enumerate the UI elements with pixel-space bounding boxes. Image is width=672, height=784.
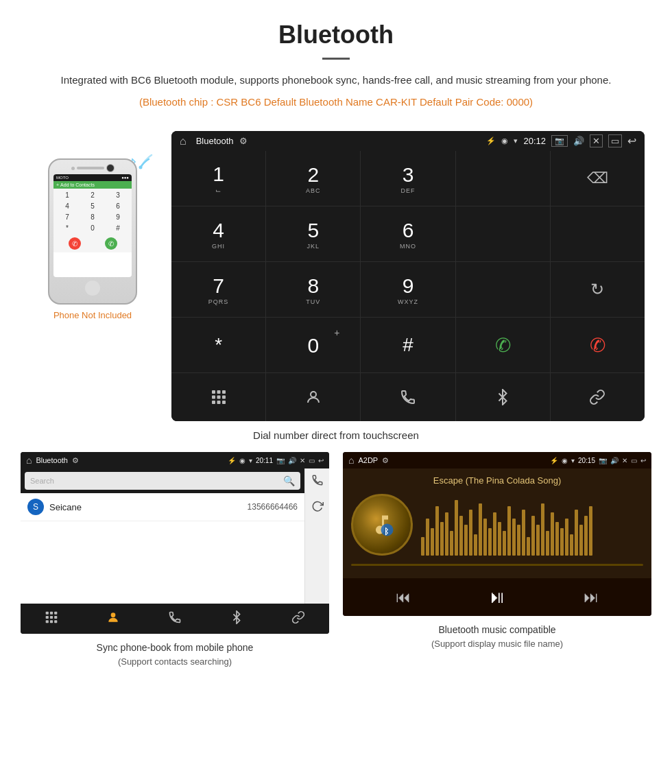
status-left: ⌂ Bluetooth ⚙ <box>180 135 248 147</box>
music-screen-icon[interactable]: ▭ <box>631 457 637 464</box>
key-empty-1 <box>456 151 551 206</box>
music-prev[interactable]: ⏮ <box>396 589 411 606</box>
svg-text:ᛒ: ᛒ <box>384 527 389 536</box>
key-2[interactable]: 2 ABC <box>266 151 361 206</box>
music-bars <box>421 494 643 556</box>
svg-rect-5 <box>212 396 215 399</box>
status-right: ⚡ ◉ ▾ 20:12 📷 🔊 ✕ ▭ ↩ <box>486 134 636 147</box>
music-time: 20:15 <box>578 457 595 464</box>
search-placeholder[interactable]: Search <box>30 477 54 485</box>
svg-rect-20 <box>54 620 57 623</box>
key-star[interactable]: * <box>171 318 266 372</box>
music-screenshot-block: ⌂ A2DP ⚙ ⚡ ◉ ▾ 20:15 📷 🔊 ✕ ▭ ↩ E <box>343 452 651 672</box>
camera-icon[interactable]: 📷 <box>551 135 568 147</box>
svg-rect-8 <box>212 401 215 404</box>
bottom-bluetooth-icon[interactable] <box>456 373 551 421</box>
page-title: Bluetooth <box>41 21 631 49</box>
back-icon[interactable]: ↩ <box>627 134 636 147</box>
contacts-camera-icon[interactable]: 📷 <box>276 457 285 464</box>
key-1[interactable]: 1 ⌙ <box>171 151 266 206</box>
right-phone-icon[interactable] <box>311 474 324 486</box>
key-call-red[interactable]: ✆ <box>551 318 645 372</box>
contacts-usb-icon: ⚙ <box>72 456 79 465</box>
svg-rect-4 <box>222 390 226 394</box>
header-divider <box>322 58 350 60</box>
key-0[interactable]: 0 + <box>266 318 361 372</box>
svg-rect-13 <box>50 612 53 615</box>
contacts-screen-icon[interactable]: ▭ <box>309 457 315 464</box>
screen-icon[interactable]: ▭ <box>608 134 622 147</box>
music-back-icon[interactable]: ↩ <box>640 457 646 464</box>
contact-name[interactable]: Seicane <box>49 502 242 512</box>
key-4[interactable]: 4 GHI <box>171 206 266 261</box>
usb-icon: ⚙ <box>239 136 248 146</box>
bottom-link-icon[interactable] <box>551 373 645 421</box>
key-refresh[interactable]: ↻ <box>551 262 645 317</box>
dial-caption: Dial number direct from touchscreen <box>0 421 672 452</box>
key-hash[interactable]: # <box>361 318 455 372</box>
music-close-icon[interactable]: ✕ <box>622 457 627 464</box>
contacts-vol-icon[interactable]: 🔊 <box>288 457 296 464</box>
music-camera-icon[interactable]: 📷 <box>599 457 607 464</box>
close-icon[interactable]: ✕ <box>590 134 603 147</box>
status-title: Bluetooth <box>196 136 234 146</box>
contacts-caption: Sync phone-book from mobile phone (Suppo… <box>97 634 254 672</box>
music-status-title: A2DP <box>358 456 378 464</box>
key-backspace[interactable]: ⌫ <box>551 151 645 206</box>
music-note-icon: ᛒ <box>370 512 394 537</box>
key-3[interactable]: 3 DEF <box>361 151 455 206</box>
contacts-screenshot-block: ⌂ Bluetooth ⚙ ⚡ ◉ ▾ 20:11 📷 🔊 ✕ ▭ ↩ <box>21 452 329 672</box>
dialer-row-3: 7 PQRS 8 TUV 9 WXYZ ↻ <box>171 262 645 318</box>
svg-rect-17 <box>54 616 57 619</box>
right-refresh-icon[interactable] <box>311 500 324 512</box>
contacts-bottom-person[interactable] <box>106 610 120 627</box>
key-empty-3 <box>551 206 645 261</box>
music-play-pause[interactable]: ⏯ <box>488 586 506 608</box>
dialer-row-2: 4 GHI 5 JKL 6 MNO <box>171 206 645 262</box>
key-6[interactable]: 6 MNO <box>361 206 455 261</box>
time-display: 20:12 <box>523 136 546 146</box>
music-vol-icon[interactable]: 🔊 <box>610 457 619 464</box>
contacts-home-icon[interactable]: ⌂ <box>26 455 32 466</box>
contact-letter: S <box>27 499 44 515</box>
bottom-phone-icon[interactable] <box>361 373 455 421</box>
home-icon[interactable]: ⌂ <box>180 135 187 147</box>
key-9[interactable]: 9 WXYZ <box>361 262 455 317</box>
bottom-contacts-icon[interactable] <box>266 373 361 421</box>
svg-rect-9 <box>217 401 220 404</box>
contacts-close-icon[interactable]: ✕ <box>300 457 305 464</box>
music-usb-icon: ⚙ <box>382 456 389 465</box>
contacts-time: 20:11 <box>256 457 273 464</box>
dialer-status-bar: ⌂ Bluetooth ⚙ ⚡ ◉ ▾ 20:12 📷 🔊 ✕ ▭ ↩ <box>171 131 645 151</box>
music-signal-icon: ▾ <box>571 457 575 464</box>
svg-point-11 <box>311 392 316 397</box>
phone-not-included: Phone Not Included <box>53 310 132 320</box>
contacts-bottom-phone[interactable] <box>168 610 182 627</box>
phone-not-label: Phone Not Included <box>53 310 132 320</box>
music-caption: Bluetooth music compatible (Support disp… <box>431 616 563 654</box>
header-section: Bluetooth Integrated with BC6 Bluetooth … <box>0 0 672 124</box>
bt-icon: ⚡ <box>486 136 496 145</box>
contacts-bottom-keypad[interactable] <box>45 610 58 627</box>
contacts-signal-icon: ▾ <box>249 457 252 464</box>
svg-rect-14 <box>54 612 57 615</box>
key-empty-4 <box>456 262 551 317</box>
phone-screen: MOTO●●● +Add to Contacts 1 2 3 4 5 6 7 <box>53 174 132 277</box>
contacts-back-icon[interactable]: ↩ <box>318 457 324 464</box>
contacts-screenshot: ⌂ Bluetooth ⚙ ⚡ ◉ ▾ 20:11 📷 🔊 ✕ ▭ ↩ <box>21 452 329 634</box>
key-5[interactable]: 5 JKL <box>266 206 361 261</box>
contacts-bottom-link[interactable] <box>291 610 305 627</box>
volume-icon[interactable]: 🔊 <box>573 136 584 146</box>
svg-rect-3 <box>217 390 220 394</box>
key-call-green[interactable]: ✆ <box>456 318 551 372</box>
bottom-keypad-icon[interactable] <box>171 373 266 421</box>
music-home-icon[interactable]: ⌂ <box>348 455 354 466</box>
dialer-row-1: 1 ⌙ 2 ABC 3 DEF ⌫ <box>171 151 645 206</box>
search-icon[interactable]: 🔍 <box>283 475 295 486</box>
contacts-bottom-bt[interactable] <box>230 610 243 627</box>
music-next[interactable]: ⏭ <box>584 589 599 606</box>
music-bt-icon: ⚡ <box>550 457 558 464</box>
key-7[interactable]: 7 PQRS <box>171 262 266 317</box>
key-8[interactable]: 8 TUV <box>266 262 361 317</box>
svg-rect-15 <box>46 616 49 619</box>
